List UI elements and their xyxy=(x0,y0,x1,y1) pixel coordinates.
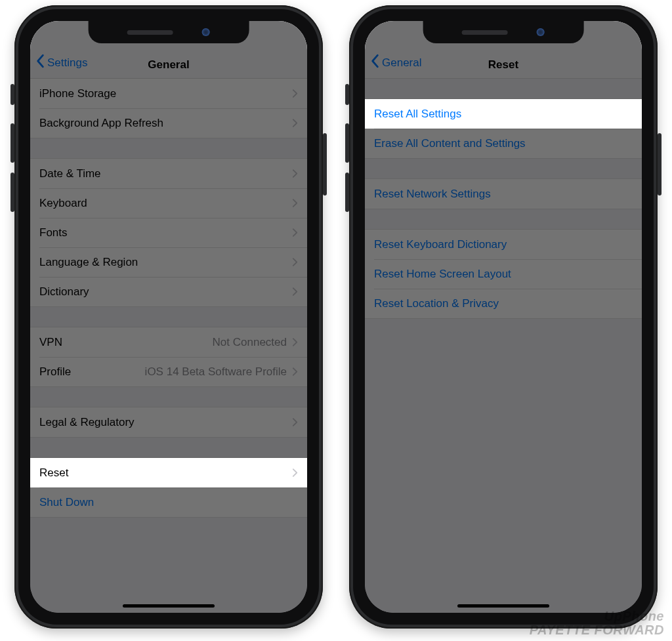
settings-group: VPNNot ConnectedProfileiOS 14 Beta Softw… xyxy=(30,327,307,387)
notch xyxy=(89,21,249,43)
chevron-right-icon xyxy=(292,118,298,128)
chevron-right-icon xyxy=(292,337,298,347)
watermark-line-1: UpPhone xyxy=(530,610,664,623)
row-reset-all-settings[interactable]: Reset All Settings xyxy=(365,99,642,129)
row-label: Reset Home Screen Layout xyxy=(374,268,633,281)
power-button[interactable] xyxy=(658,133,662,196)
row-reset-location-privacy[interactable]: Reset Location & Privacy xyxy=(365,289,642,318)
volume-up-button[interactable] xyxy=(10,123,14,163)
row-reset-keyboard-dictionary[interactable]: Reset Keyboard Dictionary xyxy=(365,230,642,259)
row-label: Reset xyxy=(39,466,292,480)
settings-group: Reset Network Settings xyxy=(365,178,642,209)
row-label: Date & Time xyxy=(39,167,292,180)
chevron-right-icon xyxy=(292,367,298,377)
row-date-time[interactable]: Date & Time xyxy=(30,159,307,188)
screen: General Reset Reset All SettingsErase Al… xyxy=(365,21,642,613)
row-iphone-storage[interactable]: iPhone Storage xyxy=(30,79,307,108)
row-reset-network-settings[interactable]: Reset Network Settings xyxy=(365,179,642,209)
volume-down-button[interactable] xyxy=(345,173,349,212)
row-label: Legal & Regulatory xyxy=(39,416,292,429)
back-label: Settings xyxy=(47,56,87,70)
row-profile[interactable]: ProfileiOS 14 Beta Software Profile xyxy=(30,357,307,386)
home-indicator[interactable] xyxy=(123,604,215,608)
settings-group: Reset Keyboard DictionaryReset Home Scre… xyxy=(365,229,642,319)
power-button[interactable] xyxy=(323,133,327,196)
screen: Settings General iPhone StorageBackgroun… xyxy=(30,21,307,613)
settings-list[interactable]: iPhone StorageBackground App RefreshDate… xyxy=(30,79,307,518)
earpiece-speaker xyxy=(462,30,508,35)
row-detail: Not Connected xyxy=(213,336,287,349)
back-button[interactable]: General xyxy=(370,54,421,72)
row-keyboard[interactable]: Keyboard xyxy=(30,188,307,218)
row-background-app-refresh[interactable]: Background App Refresh xyxy=(30,108,307,138)
row-label: Reset All Settings xyxy=(374,108,633,121)
chevron-right-icon xyxy=(292,198,298,208)
chevron-right-icon xyxy=(292,169,298,178)
row-detail: iOS 14 Beta Software Profile xyxy=(145,365,287,379)
row-fonts[interactable]: Fonts xyxy=(30,218,307,247)
earpiece-speaker xyxy=(127,30,173,35)
row-label: Reset Network Settings xyxy=(374,188,633,201)
notch xyxy=(423,21,584,43)
row-label: Profile xyxy=(39,365,145,379)
row-label: Language & Region xyxy=(39,256,292,269)
chevron-right-icon xyxy=(292,228,298,238)
silence-switch[interactable] xyxy=(10,84,14,105)
back-label: General xyxy=(382,56,421,70)
watermark-line-2: PAYETTE FORWARD xyxy=(530,623,664,637)
row-language-region[interactable]: Language & Region xyxy=(30,247,307,277)
row-label: Fonts xyxy=(39,226,292,239)
row-label: Dictionary xyxy=(39,285,292,299)
row-dictionary[interactable]: Dictionary xyxy=(30,277,307,306)
reset-list[interactable]: Reset All SettingsErase All Content and … xyxy=(365,79,642,319)
row-legal-regulatory[interactable]: Legal & Regulatory xyxy=(30,407,307,437)
settings-group: Reset All SettingsErase All Content and … xyxy=(365,98,642,159)
chevron-left-icon xyxy=(35,54,47,72)
row-label: VPN xyxy=(39,336,213,349)
row-shut-down[interactable]: Shut Down xyxy=(30,487,307,517)
volume-up-button[interactable] xyxy=(345,123,349,163)
row-label: Background App Refresh xyxy=(39,117,292,130)
settings-group: Date & TimeKeyboardFontsLanguage & Regio… xyxy=(30,158,307,307)
chevron-right-icon xyxy=(292,257,298,267)
back-button[interactable]: Settings xyxy=(35,54,87,72)
chevron-right-icon xyxy=(292,417,298,427)
silence-switch[interactable] xyxy=(345,84,349,105)
row-label: Shut Down xyxy=(39,496,298,509)
front-camera xyxy=(537,28,545,36)
settings-group: ResetShut Down xyxy=(30,457,307,518)
front-camera xyxy=(202,28,210,36)
row-label: Keyboard xyxy=(39,197,292,210)
row-erase-all-content-and-settings[interactable]: Erase All Content and Settings xyxy=(365,129,642,158)
chevron-left-icon xyxy=(370,54,382,72)
settings-group: iPhone StorageBackground App Refresh xyxy=(30,79,307,138)
chevron-right-icon xyxy=(292,287,298,297)
chevron-right-icon xyxy=(292,89,298,98)
phone-left: Settings General iPhone StorageBackgroun… xyxy=(14,5,323,629)
phone-right: General Reset Reset All SettingsErase Al… xyxy=(349,5,658,629)
home-indicator[interactable] xyxy=(457,604,549,608)
settings-group: Legal & Regulatory xyxy=(30,407,307,438)
chevron-right-icon xyxy=(292,468,298,478)
row-reset[interactable]: Reset xyxy=(30,458,307,487)
watermark: UpPhone PAYETTE FORWARD xyxy=(530,610,664,637)
row-vpn[interactable]: VPNNot Connected xyxy=(30,327,307,357)
volume-down-button[interactable] xyxy=(10,173,14,212)
row-label: Reset Keyboard Dictionary xyxy=(374,238,633,251)
row-reset-home-screen-layout[interactable]: Reset Home Screen Layout xyxy=(365,259,642,289)
row-label: iPhone Storage xyxy=(39,87,292,100)
row-label: Reset Location & Privacy xyxy=(374,297,633,310)
row-label: Erase All Content and Settings xyxy=(374,137,633,150)
